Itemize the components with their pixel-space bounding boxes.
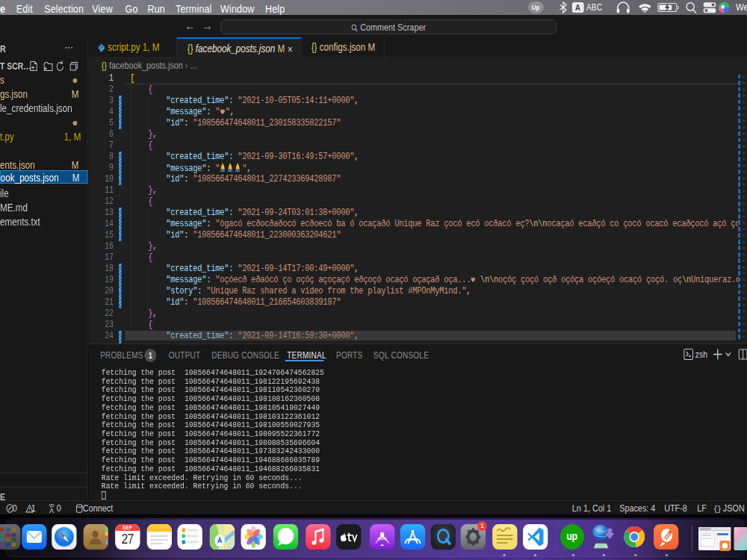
svg-text:zsh: zsh <box>695 349 707 359</box>
svg-text:We: We <box>736 2 747 13</box>
svg-text:Up: Up <box>532 4 540 12</box>
svg-text:ABC: ABC <box>586 3 602 13</box>
svg-text:A: A <box>575 2 580 12</box>
